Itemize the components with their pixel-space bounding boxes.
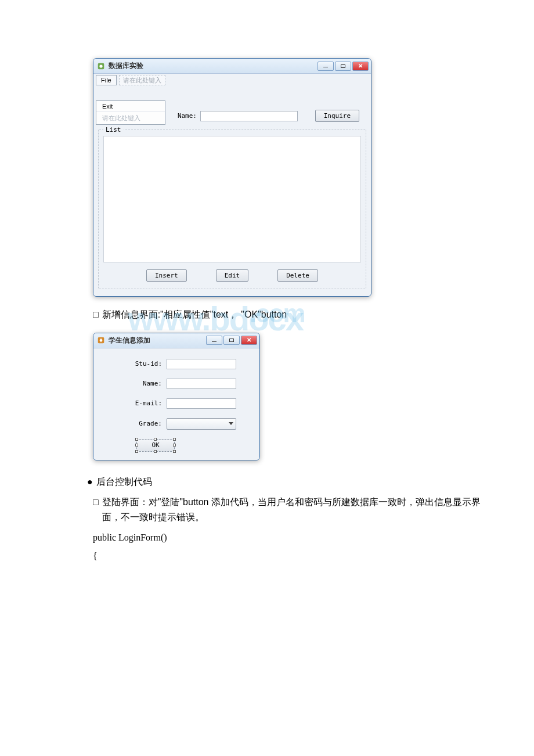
label-name: Name: [102,380,162,387]
minimize-button-2[interactable] [206,336,222,345]
row-name: Name: [102,379,251,389]
section-heading-text: 后台控制代码 [96,474,152,489]
login-paragraph: □ 登陆界面：对"登陆"button 添加代码，当用户名和密码与所建数据库一致时… [41,495,493,524]
file-dropdown: Exit 请在此处键入 [96,100,165,125]
list-group-title: List [103,126,124,134]
chevron-down-icon [229,422,233,425]
list-area[interactable] [103,136,361,262]
app-icon [97,62,105,70]
menu-exit[interactable]: Exit [96,101,165,111]
row-grade: Grade: [102,418,251,430]
menu-strip: File 请在此处键入 [95,75,370,88]
ok-button[interactable]: OK [136,439,175,452]
resize-handle [173,438,176,441]
bullet-icon: □ [93,307,99,322]
app-icon-2 [97,336,105,344]
resize-handle [135,438,138,441]
section-heading: ● 后台控制代码 [41,474,493,489]
label-grade: Grade: [102,420,162,427]
menu-dropdown-placeholder[interactable]: 请在此处键入 [96,111,165,124]
form-body: Stu-id: Name: E-mail: Grade: OK [93,348,259,460]
svg-point-1 [99,64,102,67]
label-stuid: Stu-id: [102,360,162,368]
login-paragraph-text: 登陆界面：对"登陆"button 添加代码，当用户名和密码与所建数据库一致时，弹… [102,495,493,524]
resize-handle [135,444,138,447]
resize-handle [173,450,176,453]
maximize-button-2[interactable] [223,336,240,345]
client-area: File 请在此处键入 Exit 请在此处键入 Name: Inquire Li… [93,74,371,296]
list-groupbox: List Insert Edit Delete [98,129,366,289]
code-line-1: public LoginForm() [41,530,493,545]
insert-button[interactable]: Insert [146,269,187,282]
resize-handle [154,450,157,453]
titlebar-2: 学生信息添加 ✕ [93,333,259,348]
inquire-button[interactable]: Inquire [315,110,359,122]
resize-handle [154,438,157,441]
close-button-2[interactable]: ✕ [241,336,257,345]
window-control-buttons: ✕ [316,62,369,71]
bullet-dot-icon: ● [87,474,93,489]
edit-button[interactable]: Edit [216,269,249,282]
name-input[interactable] [200,111,298,121]
button-row: Insert Edit Delete [103,262,361,283]
input-name[interactable] [167,379,236,389]
caption-text-a: 新增信息界面:"相应属性值"text， [102,307,238,322]
delete-button[interactable]: Delete [277,269,318,282]
db-experiment-window: 数据库实验 ✕ File 请在此处键入 Exit 请在此处键入 Name: [93,58,371,297]
window-title-2: 学生信息添加 [109,336,205,345]
caption-add-info: □ 新增信息界面:"相应属性值"text， "OK"button [41,307,493,322]
caption-text-b: "OK"button [241,307,287,322]
bullet-icon: □ [93,495,99,524]
resize-handle [173,444,176,447]
label-email: E-mail: [102,399,162,407]
window-title: 数据库实验 [109,61,316,71]
window-control-buttons-2: ✕ [205,336,257,345]
combo-grade[interactable] [167,418,236,430]
student-add-window: 学生信息添加 ✕ Stu-id: Name: E-mail: Grade: [93,333,260,460]
ok-label: OK [151,441,159,449]
row-stuid: Stu-id: [102,359,251,369]
code-line-2: { [41,549,493,564]
maximize-button[interactable] [335,62,351,71]
menu-placeholder[interactable]: 请在此处键入 [119,75,165,85]
resize-handle [135,450,138,453]
row-email: E-mail: [102,398,251,409]
input-stuid[interactable] [167,359,236,369]
minimize-button[interactable] [317,62,334,71]
titlebar: 数据库实验 ✕ [93,59,371,74]
input-email[interactable] [167,398,236,409]
close-button[interactable]: ✕ [352,62,369,71]
menu-file[interactable]: File [96,75,117,85]
